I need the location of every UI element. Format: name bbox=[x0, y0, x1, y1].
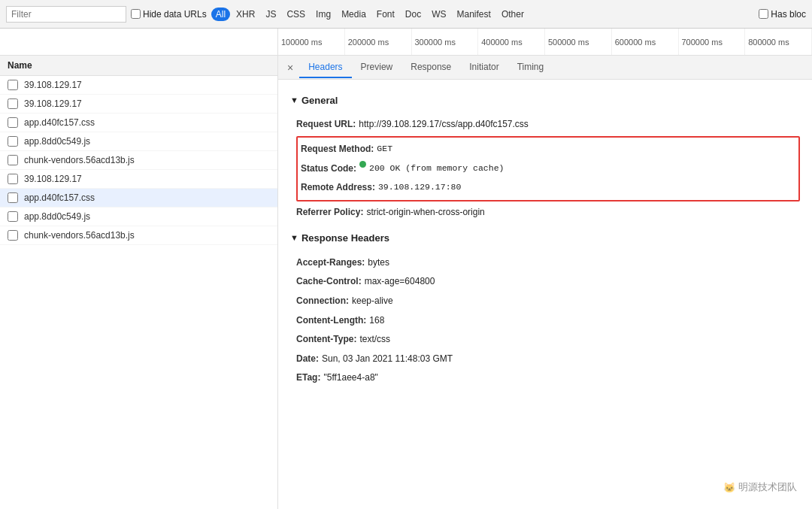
file-name: app.d40fc157.css bbox=[24, 117, 270, 128]
remote-address-value: 39.108.129.17:80 bbox=[378, 180, 461, 196]
general-section-title: ▼ General bbox=[290, 92, 800, 109]
filter-btn-manifest[interactable]: Manifest bbox=[453, 8, 495, 21]
status-code-value: 200 OK (from memory cache) bbox=[369, 161, 504, 177]
list-item[interactable]: chunk-vendors.56acd13b.js bbox=[0, 151, 277, 170]
filter-btn-font[interactable]: Font bbox=[372, 8, 399, 21]
tabs-bar: × Headers Preview Response Initiator Tim… bbox=[278, 56, 812, 80]
connection-label: Connection: bbox=[296, 293, 349, 310]
arrow-icon: ▼ bbox=[290, 93, 298, 108]
main-content: Name 39.108.129.17 39.108.129.17 app.d40… bbox=[0, 56, 812, 509]
file-name: app.8dd0c549.js bbox=[24, 136, 270, 147]
timeline-label-1: 100000 ms bbox=[278, 29, 345, 55]
list-item[interactable]: chunk-vendors.56acd13b.js bbox=[0, 226, 277, 245]
toolbar: Hide data URLs All XHR JS CSS Img Media … bbox=[0, 0, 812, 29]
filter-btn-js[interactable]: JS bbox=[261, 8, 280, 21]
file-checkbox[interactable] bbox=[8, 117, 18, 128]
details-panel: × Headers Preview Response Initiator Tim… bbox=[278, 56, 812, 509]
highlight-box: Request Method: GET Status Code: 200 OK … bbox=[296, 136, 800, 201]
timeline-label-4: 400000 ms bbox=[478, 29, 545, 55]
response-headers-title-text: Response Headers bbox=[301, 229, 389, 247]
referrer-policy-label: Referrer Policy: bbox=[296, 205, 363, 221]
date-label: Date: bbox=[296, 351, 319, 368]
request-method-value: GET bbox=[377, 141, 392, 158]
filter-btn-img[interactable]: Img bbox=[311, 8, 335, 21]
request-url-label: Request URL: bbox=[296, 117, 356, 133]
tab-preview[interactable]: Preview bbox=[352, 57, 402, 78]
accept-ranges-value: bytes bbox=[368, 255, 389, 271]
filter-btn-doc[interactable]: Doc bbox=[401, 8, 426, 21]
file-name: chunk-vendors.56acd13b.js bbox=[24, 230, 270, 241]
filter-buttons: All XHR JS CSS Img Media Font Doc WS Man… bbox=[211, 8, 529, 21]
content-length-row: Content-Length: 168 bbox=[290, 311, 800, 331]
request-method-label: Request Method: bbox=[301, 141, 374, 158]
file-checkbox[interactable] bbox=[8, 136, 18, 147]
filter-btn-css[interactable]: CSS bbox=[282, 8, 310, 21]
accept-ranges-row: Accept-Ranges: bytes bbox=[290, 253, 800, 273]
timeline-label-2: 200000 ms bbox=[345, 29, 412, 55]
timeline-label-6: 600000 ms bbox=[612, 29, 679, 55]
general-title-text: General bbox=[301, 92, 338, 109]
remote-address-row: Remote Address: 39.108.129.17:80 bbox=[301, 178, 795, 198]
hide-data-urls-text: Hide data URLs bbox=[143, 9, 207, 20]
details-content: ▼ General Request URL: http://39.108.129… bbox=[278, 80, 812, 397]
tab-initiator[interactable]: Initiator bbox=[460, 57, 508, 78]
filter-btn-all[interactable]: All bbox=[211, 8, 230, 21]
content-type-value: text/css bbox=[359, 332, 390, 348]
referrer-policy-value: strict-origin-when-cross-origin bbox=[366, 205, 484, 221]
content-type-row: Content-Type: text/css bbox=[290, 330, 800, 350]
timeline-header: 100000 ms 200000 ms 300000 ms 400000 ms … bbox=[0, 29, 812, 56]
filter-btn-xhr[interactable]: XHR bbox=[232, 8, 259, 21]
referrer-policy-row: Referrer Policy: strict-origin-when-cros… bbox=[290, 203, 800, 223]
file-name: 39.108.129.17 bbox=[24, 80, 270, 90]
content-length-label: Content-Length: bbox=[296, 313, 366, 329]
content-type-label: Content-Type: bbox=[296, 332, 356, 348]
has-blocked-text: Has bloc bbox=[771, 9, 806, 20]
request-url-row: Request URL: http://39.108.129.17/css/ap… bbox=[290, 115, 800, 135]
file-checkbox[interactable] bbox=[8, 98, 18, 109]
list-item[interactable]: 39.108.129.17 bbox=[0, 95, 277, 114]
cache-control-row: Cache-Control: max-age=604800 bbox=[290, 272, 800, 292]
filter-input[interactable] bbox=[6, 6, 126, 23]
list-item[interactable]: app.8dd0c549.js bbox=[0, 208, 277, 226]
timeline-label-5: 500000 ms bbox=[545, 29, 612, 55]
status-code-label: Status Code: bbox=[301, 161, 356, 177]
filter-btn-ws[interactable]: WS bbox=[427, 8, 450, 21]
timeline-labels: 100000 ms 200000 ms 300000 ms 400000 ms … bbox=[278, 29, 812, 55]
timeline-left-spacer bbox=[0, 29, 278, 55]
file-checkbox[interactable] bbox=[8, 155, 18, 165]
file-checkbox[interactable] bbox=[8, 211, 18, 222]
has-blocked-checkbox[interactable] bbox=[759, 9, 768, 19]
file-list-header: Name bbox=[0, 56, 277, 76]
list-item[interactable]: 39.108.129.17 bbox=[0, 76, 277, 95]
response-headers-section-title: ▼ Response Headers bbox=[290, 229, 800, 247]
timeline-label-8: 800000 ms bbox=[745, 29, 812, 55]
file-checkbox[interactable] bbox=[8, 230, 18, 241]
etag-label: ETag: bbox=[296, 370, 320, 386]
tab-response[interactable]: Response bbox=[401, 57, 460, 78]
has-blocked-label[interactable]: Has bloc bbox=[759, 9, 806, 20]
status-code-row: Status Code: 200 OK (from memory cache) bbox=[301, 159, 795, 179]
file-list-panel: Name 39.108.129.17 39.108.129.17 app.d40… bbox=[0, 56, 278, 509]
etag-value: "5ff1aee4-a8" bbox=[323, 370, 377, 386]
file-name: 39.108.129.17 bbox=[24, 98, 270, 109]
close-button[interactable]: × bbox=[281, 62, 299, 74]
tab-timing[interactable]: Timing bbox=[508, 57, 553, 78]
list-item[interactable]: app.d40fc157.css bbox=[0, 114, 277, 132]
file-checkbox[interactable] bbox=[8, 174, 18, 184]
file-checkbox[interactable] bbox=[8, 192, 18, 203]
file-checkbox[interactable] bbox=[8, 80, 18, 90]
file-name: 39.108.129.17 bbox=[24, 174, 270, 184]
tab-headers[interactable]: Headers bbox=[299, 57, 351, 78]
hide-data-urls-checkbox[interactable] bbox=[131, 9, 141, 19]
timeline-label-3: 300000 ms bbox=[412, 29, 479, 55]
list-item[interactable]: app.8dd0c549.js bbox=[0, 132, 277, 151]
file-name: chunk-vendors.56acd13b.js bbox=[24, 155, 270, 165]
cache-control-label: Cache-Control: bbox=[296, 274, 362, 290]
list-item-selected[interactable]: app.d40fc157.css bbox=[0, 189, 277, 208]
hide-data-urls-label[interactable]: Hide data URLs bbox=[131, 9, 207, 20]
file-name: app.d40fc157.css bbox=[24, 192, 270, 203]
content-length-value: 168 bbox=[369, 313, 384, 329]
filter-btn-other[interactable]: Other bbox=[497, 8, 529, 21]
list-item[interactable]: 39.108.129.17 bbox=[0, 170, 277, 189]
filter-btn-media[interactable]: Media bbox=[337, 8, 371, 21]
